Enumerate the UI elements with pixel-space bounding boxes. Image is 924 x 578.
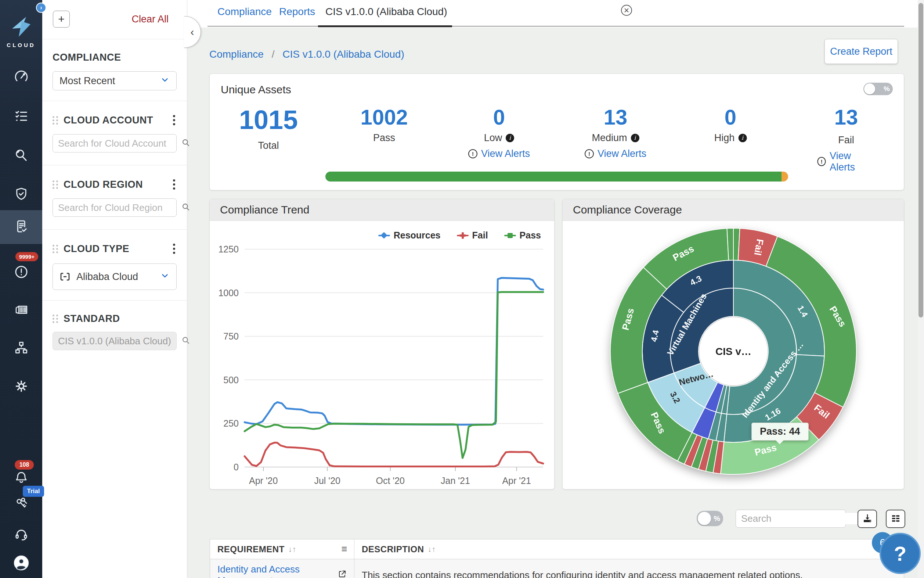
view-alerts-medium-link[interactable]: !View Alerts: [585, 148, 646, 159]
filter-title-cloud-type: CLOUD TYPE: [63, 243, 129, 255]
alibaba-cloud-icon: [60, 271, 71, 282]
shield-check-icon: [14, 186, 29, 203]
sort-icon[interactable]: ↓↑: [288, 545, 296, 554]
sidebar-item-support[interactable]: [0, 518, 42, 552]
kebab-menu-icon[interactable]: [172, 178, 176, 191]
column-settings-button[interactable]: [886, 510, 905, 528]
sidebar-item-dashboard[interactable]: [0, 61, 42, 95]
percent-toggle[interactable]: %: [863, 83, 893, 95]
sidebar-item-policies[interactable]: [0, 178, 42, 212]
table-search-input[interactable]: [741, 513, 864, 524]
keys-icon: [14, 496, 29, 513]
scrollbar-thumb[interactable]: [919, 3, 923, 317]
cloud-region-search-input[interactable]: [58, 202, 181, 213]
create-report-button[interactable]: Create Report: [824, 39, 898, 64]
cloud-type-select[interactable]: Alibaba Cloud: [52, 263, 176, 290]
breadcrumb-current[interactable]: CIS v1.0.0 (Alibaba Cloud): [282, 49, 405, 60]
sidebar-item-settings[interactable]: [0, 370, 42, 404]
table-percent-toggle[interactable]: %: [697, 511, 723, 526]
tab-underline: [207, 26, 904, 27]
sidebar-item-compliance[interactable]: [0, 210, 42, 244]
tab-reports[interactable]: Reports: [279, 6, 315, 18]
stat-pass-label: Pass: [373, 132, 395, 144]
view-alerts-low-link[interactable]: !View Alerts: [468, 148, 530, 159]
breadcrumb: Compliance / CIS v1.0.0 (Alibaba Cloud): [209, 49, 405, 60]
sidebar-item-containers[interactable]: [0, 294, 42, 327]
legend-item-fail[interactable]: Fail: [457, 230, 488, 241]
filter-section-cloud-region: CLOUD REGION: [42, 166, 187, 217]
info-icon[interactable]: i: [631, 134, 639, 142]
info-icon[interactable]: i: [738, 134, 747, 142]
chevron-down-icon: [160, 271, 170, 283]
kebab-menu-icon[interactable]: [172, 114, 176, 127]
coverage-panel-header: Compliance Coverage: [563, 199, 904, 221]
filter-title-compliance: COMPLIANCE: [52, 52, 121, 63]
close-tab-icon[interactable]: ✕: [621, 5, 632, 16]
stat-medium-label: Medium: [592, 132, 627, 144]
sidebar-expand-button[interactable]: ›: [36, 3, 46, 13]
compliance-sort-select[interactable]: Most Recent: [52, 71, 176, 90]
progress-fail-segment: [782, 172, 788, 182]
stat-fail-label: Fail: [838, 135, 854, 146]
clear-all-filters-button[interactable]: Clear All: [131, 14, 168, 25]
sidebar-item-inventory[interactable]: [0, 100, 42, 134]
drag-handle-icon[interactable]: [52, 180, 58, 189]
filter-section-standard: STANDARD: [42, 300, 187, 350]
trend-panel-header: Compliance Trend: [210, 199, 554, 221]
coverage-panel-title: Compliance Coverage: [573, 204, 682, 216]
tab-cis-v1-alibaba-cloud[interactable]: CIS v1.0.0 (Alibaba Cloud): [325, 6, 447, 18]
help-button[interactable]: ?: [880, 533, 921, 574]
chevron-down-icon: [160, 75, 170, 87]
breadcrumb-compliance-link[interactable]: Compliance: [209, 49, 264, 60]
cloud-account-search-input[interactable]: [58, 138, 181, 149]
trend-panel-title: Compliance Trend: [220, 204, 309, 216]
filter-title-standard: STANDARD: [63, 313, 120, 325]
info-icon[interactable]: i: [506, 134, 514, 142]
column-menu-icon[interactable]: ≡: [341, 544, 348, 555]
cloud-region-search: [52, 198, 176, 217]
bell-icon: [14, 470, 29, 487]
filter-section-compliance: COMPLIANCE Most Recent: [42, 39, 187, 90]
logo-icon: [9, 33, 33, 39]
app-logo[interactable]: CLOUD: [0, 15, 42, 48]
requirement-link[interactable]: Identity and Access Management: [210, 559, 354, 578]
kebab-menu-icon[interactable]: [172, 242, 176, 255]
add-filter-button[interactable]: +: [53, 11, 70, 28]
stat-medium: 13 Mediumi !View Alerts: [585, 106, 646, 159]
trend-line-chart: 125010007505002500Apr '20Jul '20Oct '20J…: [210, 221, 554, 489]
svg-text:0: 0: [233, 462, 239, 472]
svg-text:Apr '20: Apr '20: [249, 476, 278, 486]
stat-total: 1015 Total: [239, 106, 298, 151]
drag-handle-icon[interactable]: [52, 315, 58, 323]
legend-item-resources[interactable]: Resources: [378, 230, 441, 241]
compliance-trend-panel: Compliance Trend Resources Fail Pass 125…: [209, 199, 555, 489]
alert-exclaim-icon: !: [817, 157, 826, 166]
tab-compliance[interactable]: Compliance: [217, 6, 272, 18]
compliance-dashboard: CLOUD 9999+ 108: [0, 0, 924, 578]
fail-marker-icon: [457, 232, 469, 239]
standard-search-input[interactable]: [58, 336, 181, 347]
filter-section-cloud-account: CLOUD ACCOUNT: [42, 101, 187, 153]
sort-icon[interactable]: ↓↑: [428, 545, 436, 554]
drag-handle-icon[interactable]: [52, 116, 58, 125]
view-alerts-fail-link[interactable]: !View Alerts: [817, 150, 875, 173]
stat-high-value: 0: [725, 106, 736, 128]
breadcrumb-separator: /: [272, 49, 275, 60]
column-header-description[interactable]: DESCRIPTION ↓↑: [354, 539, 443, 559]
unique-assets-title: Unique Assets: [221, 83, 291, 96]
resources-marker-icon: [378, 232, 390, 239]
speedometer-icon: [14, 70, 29, 86]
trend-legend: Resources Fail Pass: [378, 230, 541, 241]
download-button[interactable]: [858, 510, 877, 528]
legend-item-pass[interactable]: Pass: [504, 230, 541, 241]
coverage-sunburst-chart[interactable]: Identity and Access …Netwo…Virtual Machi…: [563, 221, 904, 489]
drag-handle-icon[interactable]: [52, 245, 58, 253]
download-icon: [862, 513, 873, 525]
sidebar-item-search[interactable]: [0, 139, 42, 173]
sidebar-item-network[interactable]: [0, 331, 42, 365]
filter-title-cloud-region: CLOUD REGION: [63, 179, 143, 190]
active-tab-underline: [318, 25, 452, 27]
cloud-type-value: Alibaba Cloud: [76, 271, 138, 283]
sidebar-item-profile[interactable]: [0, 549, 42, 578]
column-header-requirement[interactable]: REQUIREMENT ↓↑ ≡: [210, 539, 354, 559]
